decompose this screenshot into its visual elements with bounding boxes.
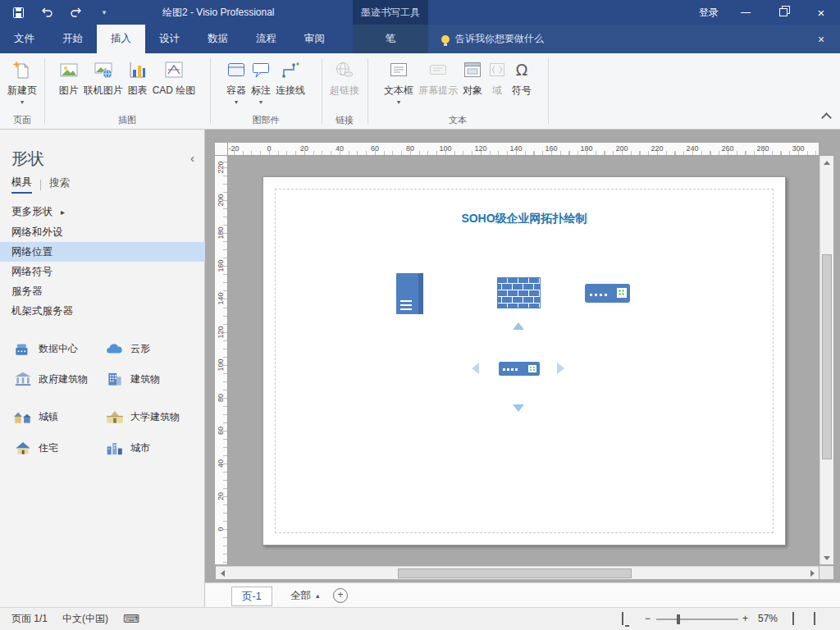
vertical-scrollbar[interactable] <box>819 156 833 564</box>
visio-window: ▾ 绘图2 - Visio Professional 墨迹书写工具 登录 — ×… <box>0 0 840 630</box>
qat-customize-button[interactable]: ▾ <box>96 3 112 21</box>
cad-drawing-button[interactable]: CAD 绘图 <box>150 57 199 111</box>
master-town[interactable]: 城镇 <box>10 404 62 429</box>
master-government-building[interactable]: 政府建筑物 <box>10 367 91 391</box>
tab-search[interactable]: 搜索 <box>49 176 70 193</box>
chart-button[interactable]: 图表 <box>126 57 150 111</box>
container-button[interactable]: 容器 ▾ <box>224 57 249 111</box>
ribbon-group-text: 文本框 ▾ 屏幕提示 <box>369 53 546 129</box>
shape-server[interactable] <box>396 273 423 317</box>
shape-switch[interactable] <box>585 284 630 305</box>
diagram-title-text[interactable]: SOHO级企业网拓扑绘制 <box>263 212 785 226</box>
scroll-up-button[interactable] <box>820 156 833 169</box>
scroll-down-button[interactable] <box>820 551 833 564</box>
tab-file[interactable]: 文件 <box>0 25 48 53</box>
horizontal-scrollbar[interactable] <box>216 566 819 579</box>
callout-button[interactable]: 标注 ▾ <box>249 57 273 111</box>
symbol-button[interactable]: Ω 符号 <box>509 57 534 111</box>
drawing-page: SOHO级企业网拓扑绘制 <box>262 176 786 546</box>
scroll-right-button[interactable] <box>806 567 819 579</box>
stencil-network-symbols[interactable]: 网络符号 <box>0 262 205 281</box>
picture-button[interactable]: 图片 <box>57 57 81 111</box>
fit-page-button[interactable] <box>792 608 794 630</box>
shape-firewall[interactable] <box>497 277 541 311</box>
textbox-button[interactable]: 文本框 ▾ <box>381 57 416 111</box>
tab-review[interactable]: 审阅 <box>290 25 339 53</box>
horizontal-scroll-thumb[interactable] <box>398 568 632 578</box>
stencil-rack-servers[interactable]: 机架式服务器 <box>0 301 205 321</box>
building-icon <box>105 371 125 387</box>
zoom-slider-thumb[interactable] <box>677 614 680 624</box>
connector-button[interactable]: 连接线 <box>273 57 308 111</box>
town-icon <box>13 409 33 425</box>
keyboard-icon[interactable]: ⌨ <box>123 608 139 630</box>
online-pictures-icon <box>94 58 113 81</box>
shape-router-selected[interactable] <box>499 362 540 378</box>
city-icon <box>105 440 125 456</box>
master-city[interactable]: 城市 <box>102 436 153 460</box>
autoconnect-up-arrow[interactable] <box>513 322 524 330</box>
tab-data[interactable]: 数据 <box>194 25 242 53</box>
master-university-building[interactable]: 大学建筑物 <box>102 404 183 429</box>
undo-button[interactable] <box>39 3 55 21</box>
lightbulb-icon <box>441 35 450 43</box>
redo-button[interactable] <box>67 3 84 21</box>
more-shapes-button[interactable]: 更多形状 ▸ <box>11 205 65 219</box>
all-pages-button[interactable]: 全部 ▴ <box>290 587 320 605</box>
tellme-box[interactable]: 告诉我你想要做什么 <box>441 25 544 53</box>
sign-in-button[interactable]: 登录 <box>699 0 719 25</box>
autoconnect-left-arrow[interactable] <box>472 363 479 374</box>
close-button[interactable]: × <box>802 0 840 25</box>
object-button[interactable]: 对象 <box>460 57 485 111</box>
master-building[interactable]: 建筑物 <box>102 367 163 391</box>
ribbon-close-button[interactable]: × <box>802 25 840 53</box>
zoom-level[interactable]: 57% <box>758 608 778 630</box>
stencil-network-locations[interactable]: 网络位置 <box>0 242 205 262</box>
hruler-number: 0 <box>267 144 271 153</box>
page-tab-bar: 页-1 全部 ▴ + <box>205 582 840 607</box>
presentation-mode-button[interactable] <box>622 608 623 630</box>
page-tab-1[interactable]: 页-1 <box>231 587 272 606</box>
master-cloud[interactable]: 云形 <box>102 336 153 361</box>
window-title: 绘图2 - Visio Professional <box>162 0 275 25</box>
master-data-center[interactable]: 数据中心 <box>10 336 81 361</box>
collapse-panel-icon[interactable]: ‹ <box>190 151 194 165</box>
vruler-number: 80 <box>217 390 225 406</box>
hruler-number: 100 <box>439 144 451 153</box>
language-indicator[interactable]: 中文(中国) <box>62 608 108 630</box>
scroll-left-button[interactable] <box>216 567 229 579</box>
restore-button[interactable] <box>765 0 802 25</box>
zoom-in-button[interactable]: + <box>742 608 748 630</box>
tab-home[interactable]: 开始 <box>48 25 97 53</box>
autoconnect-right-arrow[interactable] <box>557 363 564 374</box>
dropdown-arrow-icon: ▾ <box>235 98 238 106</box>
master-house[interactable]: 住宅 <box>10 436 62 460</box>
autoconnect-down-arrow[interactable] <box>513 404 524 412</box>
group-label-text: 文本 <box>369 114 546 126</box>
tab-process[interactable]: 流程 <box>242 25 290 53</box>
vertical-scroll-thumb[interactable] <box>822 254 832 459</box>
fit-page-icon <box>792 612 794 625</box>
dropdown-arrow-icon: ▾ <box>397 98 400 106</box>
zoom-out-button[interactable]: − <box>645 608 651 630</box>
tab-stencils[interactable]: 模具 <box>11 176 32 194</box>
tab-design[interactable]: 设计 <box>145 25 194 53</box>
page-indicator[interactable]: 页面 1/1 <box>11 608 48 630</box>
save-button[interactable] <box>10 3 26 21</box>
drawing-canvas: -200204060801001201401601802002202402602… <box>205 130 840 582</box>
minimize-button[interactable]: — <box>727 0 765 25</box>
add-page-button[interactable]: + <box>333 588 348 603</box>
new-page-button[interactable]: 新建页 ▾ <box>5 57 39 111</box>
monitor-icon <box>622 612 623 625</box>
stencil-servers[interactable]: 服务器 <box>0 281 205 301</box>
tab-pen[interactable]: 笔 <box>353 25 428 53</box>
group-separator <box>368 58 368 124</box>
fullscreen-button[interactable] <box>814 608 815 630</box>
quick-access-toolbar: ▾ <box>10 0 112 25</box>
collapse-ribbon-button[interactable] <box>821 112 832 123</box>
tab-insert[interactable]: 插入 <box>97 25 145 53</box>
stencil-network-peripherals[interactable]: 网络和外设 <box>0 222 205 242</box>
cloud-icon <box>105 340 125 357</box>
zoom-slider[interactable] <box>656 619 738 620</box>
online-pictures-button[interactable]: 联机图片 <box>81 57 126 111</box>
